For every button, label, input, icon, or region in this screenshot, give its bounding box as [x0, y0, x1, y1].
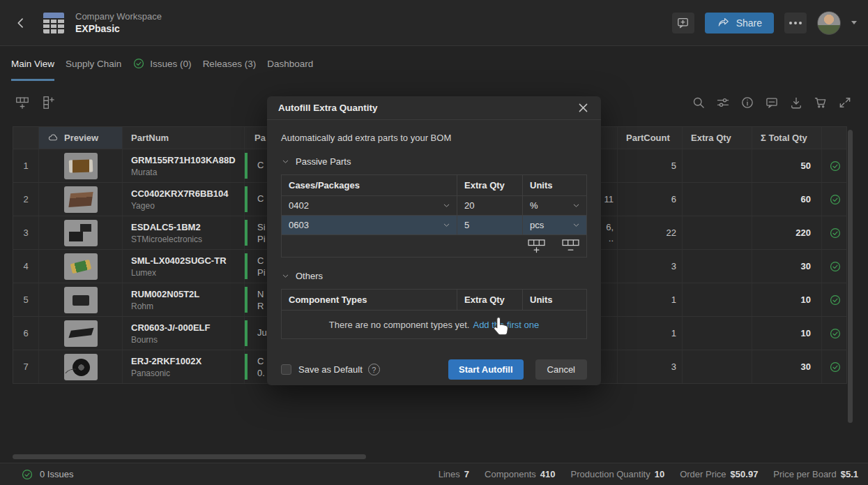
part-number: SML-LX0402SUGC-TR: [131, 255, 227, 266]
row-number: 4: [13, 250, 39, 283]
cart-button[interactable]: [813, 95, 828, 110]
extra-qty[interactable]: [683, 350, 752, 383]
component-types-header: Component Types: [282, 290, 457, 310]
part-preview-image[interactable]: [64, 186, 98, 213]
availability-bar: [245, 287, 248, 313]
total-qty-column-header[interactable]: Σ Total Qty: [752, 127, 822, 149]
tab-dashboard[interactable]: Dashboard: [267, 55, 313, 81]
total-qty: 220: [752, 216, 822, 249]
tab-issues[interactable]: Issues (0): [132, 55, 191, 81]
close-icon: [579, 103, 588, 112]
total-qty: 10: [752, 283, 822, 316]
close-button[interactable]: [576, 101, 590, 115]
part-count: 1: [618, 317, 683, 350]
extra-qty-column-header[interactable]: Extra Qty: [683, 127, 752, 149]
tab-main-view[interactable]: Main View: [11, 55, 54, 81]
download-button[interactable]: [789, 95, 804, 110]
package-select[interactable]: 0402: [282, 196, 457, 215]
part-number: CR0603-J/-000ELF: [131, 322, 210, 333]
chevron-down-icon: [442, 201, 451, 210]
comments-button[interactable]: [764, 95, 779, 110]
availability-bar: [245, 253, 248, 279]
issues-summary[interactable]: 0 Issues: [21, 468, 73, 481]
clipped-text: 6,: [606, 222, 614, 232]
user-avatar[interactable]: [817, 11, 841, 35]
others-section-toggle[interactable]: Others: [281, 271, 587, 281]
fullscreen-button[interactable]: [837, 95, 853, 110]
part-preview-image[interactable]: [64, 287, 98, 313]
share-button-label: Share: [736, 17, 762, 29]
filter-button[interactable]: [715, 95, 731, 110]
extra-qty[interactable]: [683, 183, 752, 216]
package-value: 0603: [289, 220, 309, 230]
tab-supply-chain[interactable]: Supply Chain: [66, 55, 121, 81]
feedback-button[interactable]: [672, 13, 694, 33]
availability-bar: [245, 354, 248, 380]
part-count: 3: [618, 250, 683, 283]
extra-qty[interactable]: [683, 216, 752, 249]
column-header-label: Extra Qty: [691, 133, 731, 143]
info-button[interactable]: [740, 95, 755, 110]
clipped-text: 0.: [257, 368, 265, 378]
ellipsis-icon: [789, 22, 802, 24]
info-icon: [740, 96, 754, 110]
clipped-text: N: [257, 289, 264, 299]
part-count: 5: [618, 149, 683, 182]
part-number: ERJ-2RKF1002X: [131, 356, 201, 366]
part-count: 6: [618, 183, 683, 216]
stat-value: 410: [540, 469, 556, 479]
extra-qty[interactable]: [683, 283, 752, 316]
cancel-button[interactable]: Cancel: [535, 359, 587, 380]
part-preview-image[interactable]: [64, 354, 98, 380]
row-number-header[interactable]: [13, 127, 39, 149]
total-qty: 30: [752, 350, 822, 383]
extra-qty-input[interactable]: 5: [457, 216, 522, 234]
clipped-text: 11: [604, 194, 614, 204]
avatar-menu-caret-icon[interactable]: [851, 21, 857, 24]
back-button[interactable]: [11, 13, 31, 33]
share-button[interactable]: Share: [705, 13, 774, 33]
package-select[interactable]: 0603: [282, 216, 457, 234]
clipped-text: R: [257, 301, 264, 311]
clipped-text: Si: [257, 222, 266, 232]
manufacturer: Panasonic: [131, 368, 170, 378]
vertical-scrollbar[interactable]: [848, 130, 853, 423]
units-select[interactable]: pcs: [522, 216, 586, 234]
horizontal-scrollbar[interactable]: [13, 454, 366, 459]
search-button[interactable]: [691, 95, 706, 110]
add-first-component-type-link[interactable]: Add the first one: [473, 320, 539, 330]
extra-qty-value: 20: [464, 200, 474, 211]
start-autofill-button[interactable]: Start Autofill: [448, 359, 524, 380]
row-status-check-icon: [829, 294, 842, 306]
part-preview-image[interactable]: [64, 320, 98, 347]
add-row-button[interactable]: [15, 95, 30, 110]
stat-label: Components: [485, 469, 536, 479]
extra-qty[interactable]: [683, 317, 752, 350]
cloud-icon: [47, 132, 59, 144]
units-select[interactable]: %: [522, 196, 586, 215]
add-column-button[interactable]: [40, 95, 55, 110]
part-preview-image[interactable]: [64, 153, 98, 179]
extra-qty[interactable]: [683, 149, 752, 182]
help-icon[interactable]: ?: [368, 364, 380, 375]
filter-sliders-icon: [716, 96, 730, 110]
part-preview-image[interactable]: [64, 220, 98, 246]
part-preview-image[interactable]: [64, 253, 98, 280]
row-status-check-icon: [829, 361, 842, 373]
passive-parts-section-toggle[interactable]: Passive Parts: [281, 156, 587, 167]
remove-rule-row-button[interactable]: [562, 239, 579, 253]
extra-qty[interactable]: [683, 250, 752, 283]
partcount-column-header[interactable]: PartCount: [618, 127, 683, 149]
manufacturer: Rohm: [131, 301, 153, 311]
tab-releases[interactable]: Releases (3): [203, 55, 257, 81]
help-glyph: ?: [372, 366, 376, 374]
others-empty-state: There are no component types yet. Add th…: [282, 310, 586, 338]
save-as-default-checkbox[interactable]: [281, 364, 291, 375]
add-rule-row-button[interactable]: [528, 239, 545, 253]
preview-column-header[interactable]: Preview: [39, 127, 123, 149]
chevron-down-icon: [442, 221, 451, 230]
extra-qty-input[interactable]: 20: [457, 196, 522, 215]
chevron-left-icon: [14, 16, 28, 30]
more-options-button[interactable]: [784, 13, 807, 33]
partnum-column-header[interactable]: PartNum: [123, 127, 245, 149]
